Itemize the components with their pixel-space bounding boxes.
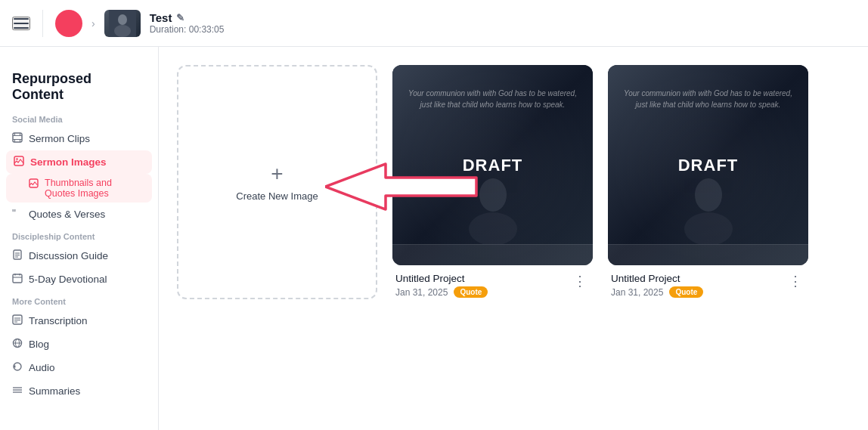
draft-card-menu-2[interactable]: ⋮	[786, 273, 805, 289]
sidebar-item-sermon-clips-label: Sermon Clips	[29, 133, 90, 144]
section-more-content: More Content	[0, 291, 158, 309]
svg-point-36	[469, 212, 517, 244]
sidebar-item-audio[interactable]: Audio	[0, 356, 158, 379]
transcription-icon	[12, 314, 23, 327]
sidebar-item-quotes[interactable]: " Quotes & Verses	[0, 203, 158, 226]
draft-badge-2: DRAFT	[678, 156, 739, 175]
svg-rect-5	[13, 139, 22, 140]
svg-point-2	[114, 25, 131, 37]
document-icon	[12, 249, 23, 262]
sidebar-item-discussion-label: Discussion Guide	[29, 250, 108, 261]
header-divider	[42, 10, 43, 37]
sidebar-item-blog-label: Blog	[29, 339, 49, 350]
sidebar-item-devotional-label: 5-Day Devotional	[29, 274, 107, 285]
svg-point-38	[684, 212, 733, 244]
video-title: Test ✎	[150, 11, 225, 24]
svg-point-29	[14, 366, 15, 367]
svg-point-11	[16, 158, 17, 159]
draft-overlay-text-2: Your communion with with God has to be w…	[608, 88, 808, 110]
svg-point-35	[479, 178, 507, 212]
draft-card-info-1: Untitled Project Jan 31, 2025 Quote ⋮	[392, 265, 593, 298]
header: › Test ✎ Duration: 00:33:05	[0, 0, 868, 47]
section-social-media: Social Media	[0, 109, 158, 127]
sidebar-item-summaries-label: Summaries	[29, 385, 80, 397]
sidebar-item-quotes-label: Quotes & Verses	[29, 209, 105, 220]
sidebar-item-blog[interactable]: Blog	[0, 333, 158, 356]
video-thumbnail	[104, 10, 141, 37]
draft-bottom-bar-1	[392, 244, 593, 265]
draft-card-info-2: Untitled Project Jan 31, 2025 Quote ⋮	[608, 265, 808, 298]
draft-date-row-1: Jan 31, 2025 Quote	[395, 286, 570, 298]
list-icon	[12, 385, 23, 398]
sidebar-item-thumbnails[interactable]: Thumbnails and Quotes Images	[6, 174, 152, 203]
draft-badge-1: DRAFT	[463, 156, 523, 175]
svg-rect-6	[14, 133, 15, 135]
record-button[interactable]	[55, 10, 82, 37]
video-duration: Duration: 00:33:05	[150, 24, 225, 35]
video-info: Test ✎ Duration: 00:33:05	[150, 11, 225, 35]
create-image-card[interactable]: + Create New Image	[177, 65, 377, 299]
draft-card-menu-1[interactable]: ⋮	[570, 273, 590, 289]
svg-rect-3	[13, 133, 22, 142]
svg-rect-18	[13, 274, 22, 283]
sidebar-item-devotional[interactable]: 5-Day Devotional	[0, 268, 158, 291]
menu-button[interactable]	[12, 17, 30, 30]
draft-card-meta-2: Untitled Project Jan 31, 2025 Quote	[611, 273, 786, 298]
sidebar-item-thumbnails-label: Thumbnails and Quotes Images	[45, 178, 140, 199]
sidebar-item-sermon-clips[interactable]: Sermon Clips	[0, 127, 158, 150]
content-grid: + Create New Image Your communion with w…	[177, 65, 850, 299]
draft-overlay-text-1: Your communion with with God has to be w…	[392, 88, 593, 110]
calendar-icon	[12, 273, 23, 286]
draft-card-2: Your communion with with God has to be w…	[608, 65, 808, 298]
draft-type-badge-2: Quote	[669, 286, 703, 298]
svg-point-37	[695, 178, 722, 212]
svg-rect-4	[13, 135, 22, 136]
svg-rect-8	[20, 133, 20, 135]
svg-point-1	[118, 14, 127, 25]
svg-rect-7	[14, 140, 15, 142]
svg-text:": "	[12, 208, 16, 218]
draft-card-date-1: Jan 31, 2025	[395, 287, 448, 298]
edit-icon[interactable]: ✎	[176, 12, 184, 23]
image-sub-icon	[29, 178, 39, 190]
draft-date-row-2: Jan 31, 2025 Quote	[611, 286, 786, 298]
create-label: Create New Image	[236, 190, 318, 202]
sidebar-item-audio-label: Audio	[29, 362, 55, 373]
content-area: + Create New Image Your communion with w…	[159, 47, 868, 430]
sidebar-item-summaries[interactable]: Summaries	[0, 379, 158, 403]
draft-type-badge-1: Quote	[454, 286, 488, 298]
blog-icon	[12, 338, 23, 351]
draft-card-title-2: Untitled Project	[611, 273, 786, 284]
sidebar-main-title: Repurposed Content	[0, 59, 158, 109]
sidebar-item-discussion[interactable]: Discussion Guide	[0, 244, 158, 268]
draft-card-image-2[interactable]: Your communion with with God has to be w…	[608, 65, 808, 265]
draft-card-image-1[interactable]: Your communion with with God has to be w…	[392, 65, 593, 265]
sidebar-item-transcription[interactable]: Transcription	[0, 309, 158, 333]
audio-icon	[12, 361, 23, 374]
sidebar-item-transcription-label: Transcription	[29, 315, 88, 326]
draft-card-date-2: Jan 31, 2025	[611, 287, 663, 298]
breadcrumb-arrow: ›	[91, 17, 95, 29]
draft-bottom-bar-2	[608, 244, 808, 265]
sidebar: Repurposed Content Social Media Sermon C…	[0, 47, 159, 430]
sidebar-item-sermon-images[interactable]: Sermon Images	[6, 150, 152, 174]
plus-icon: +	[271, 163, 283, 184]
image-icon	[14, 156, 24, 169]
main-layout: Repurposed Content Social Media Sermon C…	[0, 47, 868, 430]
draft-card-title-1: Untitled Project	[395, 273, 570, 284]
svg-rect-9	[20, 140, 20, 142]
sidebar-item-sermon-images-label: Sermon Images	[30, 156, 107, 168]
draft-card-meta-1: Untitled Project Jan 31, 2025 Quote	[395, 273, 570, 298]
draft-card-1: Your communion with with God has to be w…	[392, 65, 593, 298]
quote-icon: "	[12, 208, 23, 221]
film-icon	[12, 132, 23, 145]
section-discipleship: Discipleship Content	[0, 226, 158, 244]
